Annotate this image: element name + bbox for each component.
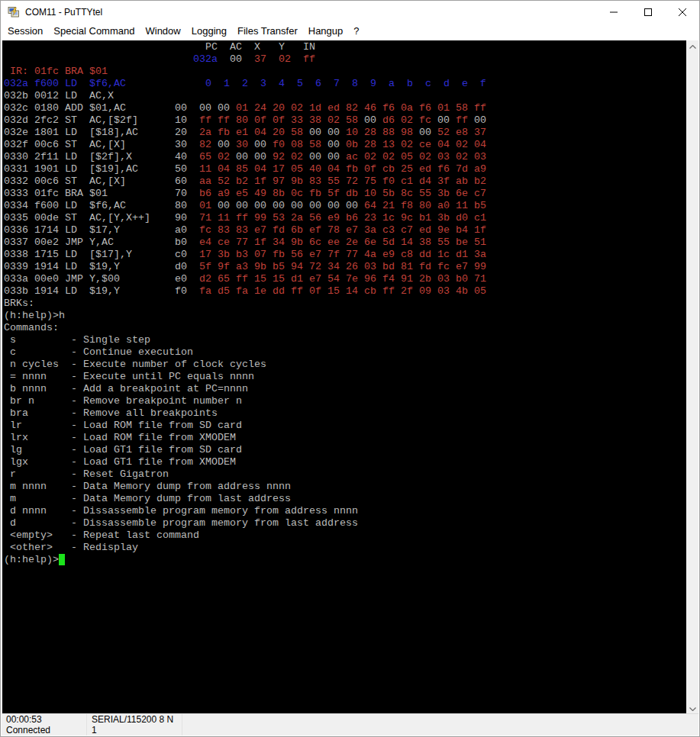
menu-item-files-transfer[interactable]: Files Transfer [232,24,303,39]
memory-byte: 00 [254,200,273,211]
minimize-button[interactable] [596,1,631,24]
memory-byte: 58 [291,127,309,138]
memory-byte: 6b [291,224,309,236]
memory-byte: e7 [456,261,474,272]
memory-byte: 2a [199,127,218,138]
memory-byte: ff [236,273,254,285]
memory-byte: 1f [474,224,486,236]
memory-byte: 2a [291,212,309,224]
memory-byte: ff [382,285,401,297]
memory-byte: e1 [236,127,254,138]
terminal-cursor[interactable] [59,554,65,565]
terminal-text-segment [4,53,193,65]
command-help-line: <other> - Redisplay [4,542,687,554]
memory-byte: e8 [456,127,474,138]
disassembly-text: 033a 00e0 JMP Y,$00 [4,273,175,285]
menu-item-help[interactable]: ? [348,24,364,39]
memory-byte: 1f [254,175,273,187]
status-bar-filler [182,714,698,735]
memory-byte: d4 [419,175,437,187]
memory-byte: 09 [419,285,437,297]
help-command: (h:help)>h [4,310,65,321]
window-title: COM11 - PuTTYtel [25,7,102,18]
memory-byte: 92 [273,151,291,163]
memory-byte: b6 [199,188,218,199]
memory-byte: c3 [382,224,401,236]
terminal-screen[interactable]: PC AC X Y IN 032a 00 37 02 ff IR: 01fc B… [2,40,687,716]
menu-item-hangup[interactable]: Hangup [303,24,349,39]
menu-item-session[interactable]: Session [2,24,48,39]
memory-byte: ed [327,102,346,114]
memory-byte: 0f [364,163,382,175]
memory-byte: db [346,188,364,199]
memory-byte: 72 [309,261,327,272]
command-help-line: bra - Remove all breakpoints [4,407,687,420]
memory-byte: f8 [401,200,419,211]
memory-byte: 0c [291,188,309,199]
memory-byte: 88 [382,127,401,138]
memory-byte: 40 [309,163,327,175]
memory-byte: 7f [327,249,346,260]
close-button[interactable] [665,1,699,24]
memory-byte: 80 [236,114,254,126]
disassembly-line: 033b 1914 LD $19,Y f0 fa d5 fa 1e dd ff … [4,285,687,298]
command-help-text: <empty> - Repeat last command [4,529,199,541]
memory-byte: e4 [199,237,218,248]
memory-byte: 3b [437,212,456,224]
command-help-line: lgx - Load GT1 file from XMODEM [4,456,687,468]
memory-byte: 83 [218,224,236,236]
memory-byte: 64 [364,200,382,211]
memory-byte: 00 [437,114,456,126]
memory-byte: 02 [456,151,474,163]
command-help-text: n cycles - Execute number of clock cycle… [4,359,266,370]
memory-byte: d5 [218,285,236,297]
command-help-text: b nnnn - Add a breakpoint at PC=nnnn [4,383,248,394]
memory-byte: 99 [474,261,486,272]
memory-byte: 46 [364,102,382,114]
memory-byte: b2 [474,175,486,187]
memory-byte: e7 [309,273,327,285]
disassembly-text: 032d 2fc2 ST AC,[$2f] [4,114,175,126]
memory-byte: f6 [419,102,437,114]
memory-byte: 01 [236,102,254,114]
terminal-scrollbar[interactable] [686,40,698,716]
menu-item-special-command[interactable]: Special Command [48,24,140,39]
memory-row-label: 00 [175,102,199,114]
memory-byte: ce [218,237,236,248]
disassembly-text: 0333 01fc BRA $01 [4,188,175,199]
disassembly-line: 0334 f600 LD $f6,AC 80 01 00 00 00 00 00… [4,200,687,212]
memory-row-label: 80 [175,200,199,211]
menu-item-window[interactable]: Window [140,24,185,39]
memory-byte: c1 [474,212,486,224]
memory-byte: d1 [291,273,309,285]
memory-byte: 38 [419,237,437,248]
disassembly-line: 032e 1801 LD [$18],AC 20 2a fb e1 04 20 … [4,127,687,139]
command-help-line: <empty> - Repeat last command [4,529,687,542]
command-help-line: c - Continue execution [4,346,687,359]
help-command-line: (h:help)>h [4,310,687,322]
memory-row-label: 60 [175,175,199,187]
memory-byte: 00 [419,127,437,138]
memory-byte: 5f [327,188,346,199]
memory-byte: f6 [382,102,401,114]
disassembly-line: 0336 1714 LD $17,Y a0 fc 83 83 e7 fd 6b … [4,224,687,237]
memory-byte: 3a [474,249,486,260]
putty-app-icon[interactable] [8,6,20,18]
memory-byte: 9b [291,237,309,248]
memory-byte: c7 [401,224,419,236]
memory-byte: 14 [346,285,364,297]
memory-row-label: 70 [175,188,199,199]
memory-byte: 03 [437,285,456,297]
memory-row-label: 50 [175,163,199,175]
disassembly-text: 0331 1901 LD [$19],AC [4,163,175,175]
memory-byte: 02 [382,151,401,163]
chevron-down-icon [689,707,696,711]
scroll-up-arrow[interactable] [686,40,698,53]
memory-byte: e9 [382,249,401,260]
memory-byte: 75 [364,175,382,187]
memory-byte: 6e [456,188,474,199]
command-help-line: n cycles - Execute number of clock cycle… [4,359,687,371]
menu-item-logging[interactable]: Logging [186,24,232,39]
memory-byte: fd [419,261,437,272]
maximize-button[interactable] [631,1,665,24]
